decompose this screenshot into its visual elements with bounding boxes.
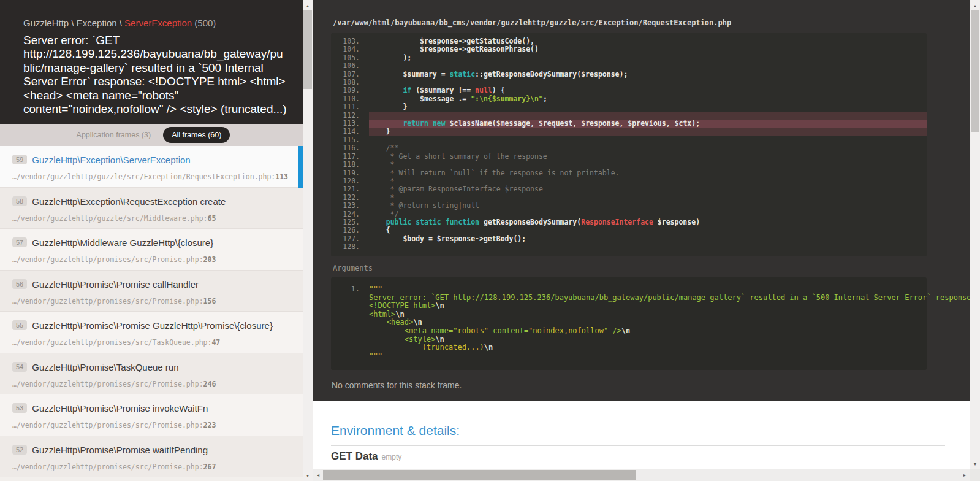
frame-number-badge: 57: [12, 237, 27, 247]
code-text: *: [369, 161, 927, 169]
frame-title: GuzzleHttp\Promise\TaskQueue run: [32, 362, 178, 372]
argument-line: <head>\n: [369, 318, 980, 327]
frame-title: GuzzleHttp\Promise\Promise invokeWaitFn: [32, 403, 208, 414]
scroll-left-icon[interactable]: ◄: [313, 470, 323, 480]
exception-namespace: GuzzleHttp: [23, 18, 69, 28]
frame-number-badge: 53: [12, 403, 27, 413]
scroll-up-icon[interactable]: ▲: [303, 1, 313, 10]
line-number: 109.: [331, 87, 369, 94]
frame-number-badge: 55: [12, 320, 27, 330]
frame-row[interactable]: 55GuzzleHttp\Promise\Promise GuzzleHttp\…: [0, 312, 303, 353]
code-text: $message .= ":\n{$summary}\n";: [369, 95, 927, 103]
code-text: *: [369, 194, 927, 202]
code-viewer: 103. $response->getStatusCode(),104. $re…: [331, 33, 927, 256]
scrollbar-corner: [970, 469, 980, 481]
code-line: 106.: [331, 62, 927, 70]
code-text: [369, 62, 927, 70]
code-text: }: [369, 103, 927, 111]
frame-path: …/vendor/guzzlehttp/promises/src/Promise…: [12, 421, 291, 429]
line-number: 125.: [331, 218, 369, 226]
line-number: 127.: [331, 235, 369, 243]
code-line: 124. */: [331, 210, 927, 218]
scroll-up-icon[interactable]: ▲: [970, 1, 980, 10]
frames-list: 59GuzzleHttp\Exception\ServerException…/…: [0, 146, 303, 481]
page-horizontal-scrollbar[interactable]: ◄ ►: [313, 469, 970, 481]
code-text: [369, 243, 927, 251]
scrollbar-thumb[interactable]: [971, 10, 979, 132]
line-number: 117.: [331, 153, 369, 161]
scroll-down-icon[interactable]: ▼: [303, 471, 313, 480]
line-number: 119.: [331, 169, 369, 177]
code-text: /**: [369, 144, 927, 152]
line-number: 108.: [331, 79, 369, 87]
line-number: 126.: [331, 226, 369, 234]
arguments-label: Arguments: [333, 264, 373, 272]
frame-row[interactable]: 57GuzzleHttp\Middleware GuzzleHttp\{clos…: [0, 229, 303, 271]
frame-title: GuzzleHttp\Exception\RequestException cr…: [32, 196, 226, 207]
code-line: 109. if ($summary !== null) {: [331, 87, 927, 94]
frame-number-badge: 54: [12, 362, 27, 372]
frame-path: …/vendor/guzzlehttp/promises/src/Promise…: [12, 463, 291, 471]
argument-line: <meta name="robots" content="noindex,nof…: [369, 327, 980, 336]
frame-row[interactable]: 56GuzzleHttp\Promise\Promise callHandler…: [0, 271, 303, 312]
code-line: 119. * Will return `null` if the respons…: [331, 169, 927, 177]
frame-row[interactable]: 52GuzzleHttp\Promise\Promise waitIfPendi…: [0, 436, 303, 478]
code-text: $body = $response->getBody();: [369, 235, 927, 243]
argument-line: """: [369, 352, 980, 361]
frame-number-badge: 58: [12, 196, 27, 206]
line-number: 104.: [331, 45, 369, 53]
frame-row[interactable]: 59GuzzleHttp\Exception\ServerException…/…: [0, 146, 303, 188]
code-text: {: [369, 226, 927, 234]
code-line: 120. *: [331, 177, 927, 185]
code-line: 105. );: [331, 54, 927, 62]
argument-line: Server error: `GET http://128.199.125.23…: [369, 294, 980, 302]
code-line: 103. $response->getStatusCode(),: [331, 37, 927, 45]
status-code: (500): [192, 18, 216, 28]
env-get-data: GET Dataempty: [331, 450, 401, 463]
frame-number-badge: 56: [12, 279, 27, 289]
scroll-right-icon[interactable]: ►: [960, 470, 970, 480]
line-number: 105.: [331, 54, 369, 62]
line-number: 113.: [331, 120, 369, 128]
line-number: 121.: [331, 185, 369, 193]
frame-path: …/vendor/guzzlehttp/guzzle/src/Exception…: [12, 172, 291, 181]
scrollbar-thumb[interactable]: [303, 10, 312, 89]
argument-line: <html>\n: [369, 310, 980, 319]
line-number: 128.: [331, 243, 369, 251]
code-text: public static function getResponseBodySu…: [369, 218, 927, 226]
frame-row[interactable]: 54GuzzleHttp\Promise\TaskQueue run…/vend…: [0, 353, 303, 395]
breadcrumb: GuzzleHttp \ Exception \ ServerException…: [23, 18, 287, 28]
code-text: * @param ResponseInterface $response: [369, 185, 927, 193]
environment-heading: Environment & details:: [331, 423, 460, 438]
line-number: 123.: [331, 202, 369, 210]
page-vertical-scrollbar[interactable]: ▲ ▼: [970, 0, 980, 469]
divider: [331, 445, 945, 446]
frame-path: …/vendor/guzzlehttp/promises/src/Promise…: [12, 255, 291, 264]
line-number: 124.: [331, 210, 369, 218]
code-text: );: [369, 54, 927, 62]
frame-title: GuzzleHttp\Promise\Promise callHandler: [32, 279, 199, 290]
frame-row[interactable]: 58GuzzleHttp\Exception\RequestException …: [0, 188, 303, 229]
code-line: 116. /**: [331, 144, 927, 152]
env-get-data-value: empty: [382, 453, 402, 461]
frame-code-section: /var/www/html/bayubuana/bb_cms/vendor/gu…: [313, 0, 970, 401]
scroll-down-icon[interactable]: ▼: [970, 459, 980, 469]
breadcrumb-separator: \: [117, 18, 125, 28]
tab-all-frames[interactable]: All frames (60): [163, 127, 230, 143]
code-text: * @return string|null: [369, 202, 927, 210]
code-line: 122. *: [331, 194, 927, 202]
code-line: 115.: [331, 136, 927, 144]
code-text: $response->getReasonPhrase(): [369, 45, 927, 53]
line-number: 110.: [331, 95, 369, 103]
exception-class: ServerException: [124, 18, 192, 28]
code-line: 121. * @param ResponseInterface $respons…: [331, 185, 927, 193]
tab-application-frames[interactable]: Application frames (3): [73, 130, 155, 140]
arguments-block: 1. """Server error: `GET http://128.199.…: [331, 277, 927, 370]
frames-scrollbar[interactable]: ▲ ▼: [303, 0, 313, 481]
scrollbar-thumb[interactable]: [323, 470, 636, 480]
code-line: 104. $response->getReasonPhrase(): [331, 45, 927, 53]
frame-number-badge: 59: [12, 155, 27, 164]
frame-row[interactable]: 53GuzzleHttp\Promise\Promise invokeWaitF…: [0, 394, 303, 436]
code-line: 125. public static function getResponseB…: [331, 218, 927, 226]
frame-title: GuzzleHttp\Middleware GuzzleHttp\{closur…: [32, 237, 213, 248]
